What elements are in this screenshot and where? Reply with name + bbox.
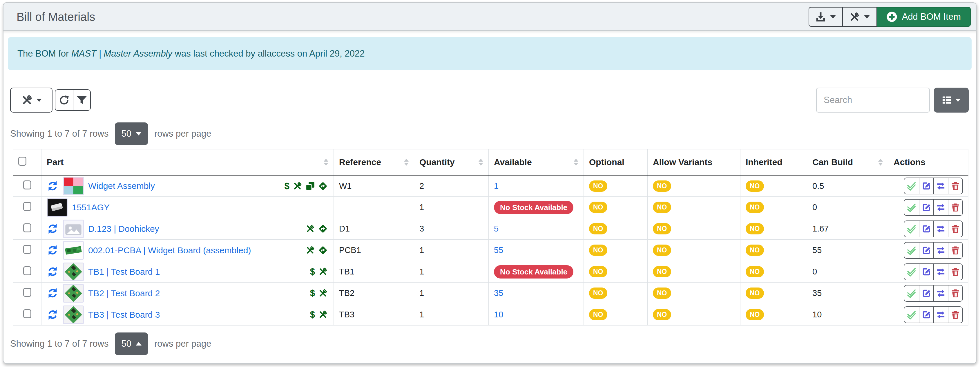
validate-bom-item-button[interactable] [904, 243, 919, 258]
edit-bom-item-button[interactable] [919, 243, 933, 258]
sub-assembly-icon [47, 244, 59, 256]
sort-icon[interactable] [574, 159, 578, 166]
part-badges: $ [285, 181, 328, 191]
can-build-cell: 10 [807, 304, 888, 326]
row-checkbox[interactable] [23, 309, 31, 318]
allow-variants-cell: NO [648, 304, 740, 326]
validate-bom-item-button[interactable] [904, 264, 919, 280]
edit-bom-item-button[interactable] [919, 178, 933, 194]
part-thumbnail[interactable] [63, 220, 84, 238]
dollar-sign-icon: $ [285, 182, 290, 191]
validate-bom-item-button[interactable] [904, 307, 919, 322]
delete-bom-item-button[interactable] [948, 307, 962, 322]
edit-bom-item-button[interactable] [919, 307, 933, 322]
no-badge: NO [746, 202, 764, 213]
part-thumbnail[interactable] [63, 177, 84, 195]
export-dropdown-button[interactable] [808, 7, 843, 27]
row-checkbox[interactable] [23, 266, 31, 275]
substitutes-button[interactable] [933, 221, 948, 237]
substitutes-button[interactable] [933, 178, 948, 194]
edit-icon [922, 203, 931, 212]
part-thumbnail[interactable] [63, 263, 84, 281]
substitutes-button[interactable] [933, 264, 948, 280]
part-link[interactable]: 002.01-PCBA | Widget Board (assembled) [88, 246, 251, 255]
part-thumbnail[interactable] [63, 241, 84, 260]
available-stock-link[interactable]: 5 [494, 224, 498, 233]
row-checkbox[interactable] [23, 202, 31, 211]
page-size-dropdown[interactable]: 50 [115, 332, 148, 355]
substitutes-button[interactable] [933, 307, 948, 322]
delete-bom-item-button[interactable] [948, 221, 962, 237]
inherited-cell: NO [740, 218, 807, 239]
part-link[interactable]: TB1 | Test Board 1 [88, 267, 160, 277]
part-thumbnail[interactable] [63, 284, 84, 303]
column-header-reference[interactable]: Reference [334, 149, 414, 175]
filter-button[interactable] [73, 90, 90, 110]
header-actions: Add BOM Item [808, 7, 971, 27]
row-checkbox[interactable] [23, 223, 31, 232]
part-thumbnail[interactable] [63, 305, 84, 324]
check-double-icon [907, 203, 916, 212]
exchange-icon [936, 203, 945, 212]
search-input[interactable] [816, 88, 930, 113]
available-stock-link[interactable]: 1 [494, 181, 498, 191]
delete-bom-item-button[interactable] [948, 286, 962, 301]
delete-bom-item-button[interactable] [948, 243, 962, 258]
edit-bom-item-button[interactable] [919, 221, 933, 237]
delete-bom-item-button[interactable] [948, 199, 962, 215]
sort-icon[interactable] [878, 159, 883, 166]
available-stock-link[interactable]: 35 [494, 288, 503, 298]
delete-bom-item-button[interactable] [948, 264, 962, 280]
part-link[interactable]: TB3 | Test Board 3 [88, 310, 160, 320]
delete-bom-item-button[interactable] [948, 178, 962, 194]
available-stock-link[interactable]: 10 [494, 310, 503, 319]
showing-rows-text: Showing 1 to 7 of 7 rows [10, 129, 108, 139]
sort-icon[interactable] [324, 159, 328, 166]
row-checkbox[interactable] [23, 245, 31, 254]
sort-icon[interactable] [404, 159, 409, 166]
trash-icon [951, 181, 960, 191]
validate-bom-item-button[interactable] [904, 221, 919, 237]
part-link[interactable]: 1551AGY [72, 203, 110, 212]
part-link[interactable]: Widget Assembly [88, 181, 155, 191]
quantity-cell: 3 [414, 218, 489, 239]
exchange-icon [936, 224, 945, 233]
edit-bom-item-button[interactable] [919, 264, 933, 280]
column-header-part[interactable]: Part [41, 149, 334, 175]
validate-bom-item-button[interactable] [904, 199, 919, 215]
column-select-button[interactable] [934, 88, 969, 113]
select-all-checkbox[interactable] [18, 157, 26, 166]
part-link[interactable]: D.123 | Doohickey [88, 224, 159, 234]
edit-icon [922, 181, 931, 191]
substitutes-button[interactable] [933, 199, 948, 215]
substitutes-button[interactable] [933, 243, 948, 258]
refresh-table-button[interactable] [56, 90, 73, 110]
edit-icon [922, 310, 931, 319]
available-cell: 10 [489, 304, 584, 326]
edit-bom-item-button[interactable] [919, 199, 933, 215]
no-badge: NO [746, 266, 764, 278]
edit-bom-item-button[interactable] [919, 286, 933, 301]
no-badge: NO [589, 202, 607, 213]
page-size-dropdown[interactable]: 50 [115, 123, 148, 145]
column-header-available[interactable]: Available [489, 149, 584, 175]
validate-bom-item-button[interactable] [904, 286, 919, 301]
validate-bom-item-button[interactable] [904, 178, 919, 194]
sub-assembly-icon [47, 180, 59, 192]
sort-icon[interactable] [479, 159, 483, 166]
row-checkbox[interactable] [23, 180, 31, 190]
table-actions-dropdown-button[interactable] [10, 88, 52, 113]
add-bom-item-button[interactable]: Add BOM Item [877, 7, 971, 27]
row-checkbox[interactable] [23, 288, 31, 297]
column-header-can-build[interactable]: Can Build [807, 149, 888, 175]
part-thumbnail[interactable] [47, 198, 68, 217]
caret-down-icon [864, 15, 870, 19]
substitutes-button[interactable] [933, 286, 948, 301]
caret-down-icon [37, 99, 42, 102]
column-header-quantity[interactable]: Quantity [414, 149, 489, 175]
tools-icon [21, 94, 33, 106]
reference-cell: TB1 [334, 261, 414, 282]
part-link[interactable]: TB2 | Test Board 2 [88, 288, 160, 298]
bom-actions-dropdown-button[interactable] [843, 7, 877, 27]
available-stock-link[interactable]: 55 [494, 246, 503, 255]
